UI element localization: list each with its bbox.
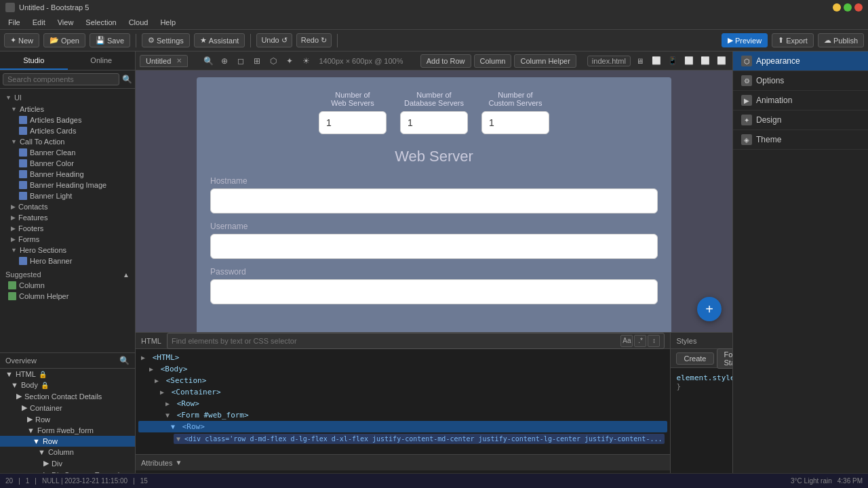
menu-edit[interactable]: Edit [27, 17, 51, 28]
hostname-input[interactable] [210, 188, 658, 214]
view-desktop-btn[interactable]: 🖥 [633, 54, 647, 68]
tree-hero-sections[interactable]: ▼ Hero Sections [0, 245, 135, 256]
zoom-in-btn[interactable]: ⊕ [217, 54, 232, 68]
right-panel-animation[interactable]: ▶ Animation [733, 91, 868, 110]
tree-forms[interactable]: ▶ Forms [0, 234, 135, 245]
username-input[interactable] [210, 234, 658, 259]
tree-footers[interactable]: ▶ Footers [0, 223, 135, 234]
attributes-bar[interactable]: Attributes ▼ [136, 454, 670, 470]
suggested-column[interactable]: Column [0, 280, 135, 291]
sidebar-tab-online[interactable]: Online [68, 52, 136, 70]
overview-form[interactable]: ▼Form #web_form [0, 425, 135, 436]
save-button[interactable]: 💾Save [90, 33, 130, 47]
tree-hero-banner[interactable]: Hero Banner [0, 256, 135, 266]
overview-html[interactable]: ▼HTML 🔒 [0, 369, 135, 380]
menu-view[interactable]: View [52, 17, 79, 28]
web-server-group: Number ofWeb Servers [319, 91, 387, 134]
html-tree-body[interactable]: ▶ <Body> [138, 363, 667, 375]
html-tree-form[interactable]: ▼ <Form #web_form> [138, 409, 667, 421]
html-tree-section[interactable]: ▶ <Section> [138, 375, 667, 386]
section-ui-header[interactable]: ▼ UI [0, 92, 135, 104]
tree-banner-clean[interactable]: Banner Clean [0, 147, 135, 158]
menu-cloud[interactable]: Cloud [123, 17, 154, 28]
grid-btn[interactable]: ⊞ [250, 54, 264, 68]
view-tablet-btn[interactable]: ⬜ [650, 54, 663, 68]
menu-help[interactable]: Help [155, 17, 181, 28]
view-mode-2[interactable]: ⬜ [682, 54, 696, 68]
overview-div-1[interactable]: ▶Div [0, 458, 135, 469]
tree-articles-badges[interactable]: Articles Badges [0, 115, 135, 125]
password-input[interactable] [210, 279, 658, 304]
fab-add-button[interactable]: + [697, 297, 722, 321]
open-button[interactable]: 📂Open [43, 33, 85, 47]
menu-file[interactable]: File [3, 17, 26, 28]
tree-contacts[interactable]: ▶ Contacts [0, 201, 135, 212]
html-tree-row-active[interactable]: ▼ <Row> [138, 421, 667, 432]
close-btn[interactable] [854, 3, 863, 12]
maximize-btn[interactable] [844, 3, 852, 12]
canvas-tab-untitled[interactable]: Untitled ✕ [140, 55, 188, 67]
overview-row-1[interactable]: ▶Row [0, 413, 135, 425]
assistant-button[interactable]: ★Assistant [194, 33, 245, 47]
zoom-out-btn[interactable]: 🔍 [201, 54, 216, 68]
sidebar-search-icon[interactable]: 🔍 [122, 75, 132, 84]
search-case-btn[interactable]: Aa [620, 335, 633, 347]
overview-body[interactable]: ▼Body 🔒 [0, 380, 135, 390]
right-panel-theme[interactable]: ◈ Theme [733, 130, 868, 150]
sun-btn[interactable]: ☀ [298, 54, 313, 68]
web-server-input[interactable] [319, 111, 387, 134]
settings-canvas-btn[interactable]: ✦ [282, 54, 297, 68]
column-button[interactable]: Column [474, 54, 512, 68]
crop-btn[interactable]: ◻ [233, 54, 248, 68]
menu-selection[interactable]: Selection [80, 17, 121, 28]
canvas-area[interactable]: Number ofWeb Servers Number ofDatabase S… [136, 70, 732, 332]
minimize-btn[interactable] [833, 3, 841, 12]
db-server-input[interactable] [400, 111, 468, 134]
canvas-tab-close[interactable]: ✕ [176, 57, 182, 64]
overview-row-active[interactable]: ▼Row [0, 436, 135, 447]
force-state-btn[interactable]: Force State ▼ [717, 348, 733, 369]
right-panel-design[interactable]: ✦ Design [733, 110, 868, 130]
tree-features[interactable]: ▶ Features [0, 212, 135, 223]
right-panel-appearance[interactable]: ⬡ Appearance [733, 52, 868, 71]
overview-container[interactable]: ▶Container [0, 402, 135, 413]
html-search-input[interactable] [172, 337, 618, 345]
right-panel-options[interactable]: ⚙ Options [733, 71, 868, 91]
html-tree-row[interactable]: ▶ <Row> [138, 398, 667, 409]
sidebar-tab-studio[interactable]: Studio [0, 52, 68, 70]
tree-banner-light[interactable]: Banner Light [0, 190, 135, 201]
undo-button[interactable]: Undo ↺ [256, 33, 292, 47]
publish-button[interactable]: ☁Publish [818, 33, 864, 47]
add-to-row-button[interactable]: Add to Row [420, 54, 471, 68]
column-helper-button[interactable]: Column Helper [514, 54, 576, 68]
overview-section[interactable]: ▶Section Contact Details [0, 390, 135, 402]
overview-search-icon[interactable]: 🔍 [119, 356, 130, 365]
html-tree-html[interactable]: ▶ <HTML> [138, 352, 667, 363]
tree-banner-heading[interactable]: Banner Heading [0, 169, 135, 180]
html-div-class-line[interactable]: ▼ <div class='row d-md-flex d-lg-flex d-… [174, 434, 665, 444]
tree-articles[interactable]: ▼ Articles [0, 104, 135, 115]
redo-button[interactable]: Redo ↻ [296, 33, 332, 47]
tree-call-to-action[interactable]: ▼ Call To Action [0, 136, 135, 147]
style-rule-element: element.style { } [676, 373, 732, 391]
new-button[interactable]: ✦New [4, 33, 39, 47]
preview-button[interactable]: ▶Preview [722, 33, 768, 47]
suggested-column-helper[interactable]: Column Helper [0, 291, 135, 302]
settings-button[interactable]: ⚙Settings [142, 33, 190, 47]
view-mode-4[interactable]: ⬜ [715, 54, 728, 68]
color-btn[interactable]: ⬡ [266, 54, 281, 68]
tree-banner-color[interactable]: Banner Color [0, 158, 135, 169]
tree-banner-heading-image[interactable]: Banner Heading Image [0, 180, 135, 190]
tree-articles-cards[interactable]: Articles Cards [0, 125, 135, 136]
overview-column[interactable]: ▼Column [0, 447, 135, 458]
search-dir-btn[interactable]: ↕ [648, 335, 660, 347]
custom-server-input[interactable] [481, 111, 549, 134]
export-button[interactable]: ⬆Export [772, 33, 814, 47]
sidebar-search-input[interactable] [3, 73, 119, 85]
filename-tag[interactable]: index.html [587, 56, 631, 66]
view-mode-3[interactable]: ⬜ [698, 54, 712, 68]
view-mobile-btn[interactable]: 📱 [666, 54, 679, 68]
html-tree-container[interactable]: ▶ <Container> [138, 386, 667, 398]
search-regex-btn[interactable]: .* [634, 335, 646, 347]
create-style-btn[interactable]: Create [676, 352, 713, 365]
